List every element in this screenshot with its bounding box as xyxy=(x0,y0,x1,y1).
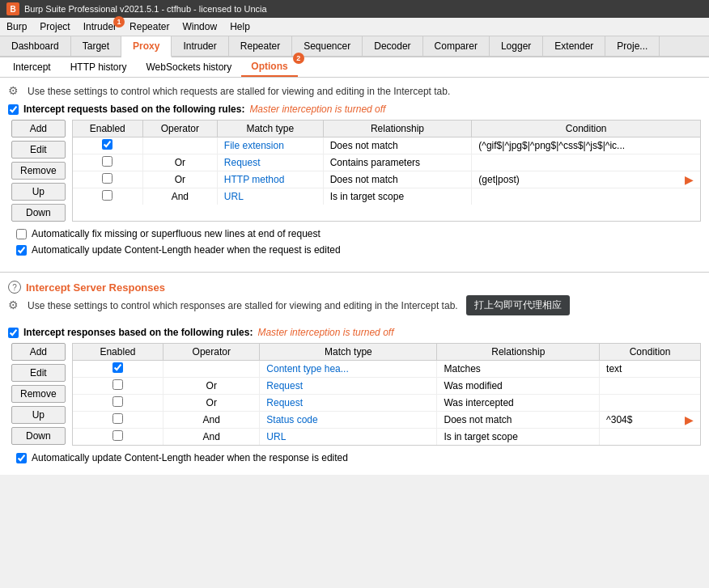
menu-bar: Burp Project Intruder 1 Repeater Window … xyxy=(0,18,709,36)
requests-up-button[interactable]: Up xyxy=(11,183,66,201)
tab-target[interactable]: Target xyxy=(71,36,121,56)
responses-gear-row: ⚙ Use these settings to control which re… xyxy=(0,295,709,319)
requests-down-button[interactable]: Down xyxy=(11,204,66,222)
tab-proxy[interactable]: Proxy xyxy=(121,36,172,57)
intercept-requests-checkbox[interactable] xyxy=(8,104,19,115)
responses-extra-checkbox-1-input[interactable] xyxy=(16,453,27,463)
tab-logger[interactable]: Logger xyxy=(490,36,543,56)
resp-row-checkbox[interactable] xyxy=(113,379,123,390)
intercept-requests-checkbox-row: Intercept requests based on the followin… xyxy=(8,104,701,115)
resp-row-enabled-cell[interactable] xyxy=(73,412,163,429)
tab-decoder[interactable]: Decoder xyxy=(363,36,422,56)
requests-buttons: Add Edit Remove Up Down xyxy=(11,120,66,222)
row-checkbox[interactable] xyxy=(102,190,113,201)
row-checkbox[interactable] xyxy=(102,139,113,150)
responses-gear-icon: ⚙ xyxy=(8,298,23,313)
requests-remove-button[interactable]: Remove xyxy=(11,162,66,180)
tab-repeater[interactable]: Repeater xyxy=(229,36,292,56)
row-enabled-cell[interactable] xyxy=(73,154,143,171)
resp-row-enabled-cell[interactable] xyxy=(73,361,163,378)
row-operator xyxy=(142,137,217,154)
row-enabled-cell[interactable] xyxy=(73,188,143,205)
menu-window[interactable]: Window xyxy=(176,19,223,34)
resp-col-enabled: Enabled xyxy=(73,344,163,361)
extra-checkbox-2: Automatically update Content-Length head… xyxy=(16,244,693,256)
resp-row-match-type: Request xyxy=(260,378,437,395)
requests-add-button[interactable]: Add xyxy=(11,120,66,137)
extra-checkbox-2-input[interactable] xyxy=(16,245,27,256)
resp-row-checkbox[interactable] xyxy=(113,413,123,424)
responses-down-button[interactable]: Down xyxy=(11,427,66,445)
resp-row-enabled-cell[interactable] xyxy=(73,378,163,395)
intercept-requests-section: ⚙ Use these settings to control which re… xyxy=(0,78,709,267)
menu-project[interactable]: Project xyxy=(33,19,76,34)
row-condition xyxy=(472,188,700,205)
menu-burp[interactable]: Burp xyxy=(0,19,33,34)
resp-row-checkbox[interactable] xyxy=(113,362,123,373)
resp-row-operator: And xyxy=(163,412,260,429)
intercept-responses-label: Intercept responses based on the followi… xyxy=(23,327,253,338)
row-arrow-icon: ▶ xyxy=(685,173,694,186)
extra-checkbox-1: Automatically fix missing or superfluous… xyxy=(16,228,693,239)
tab-intruder[interactable]: Intruder xyxy=(172,36,228,56)
row-relationship: Contains parameters xyxy=(323,154,472,171)
resp-row-operator xyxy=(163,361,260,378)
row-enabled-cell[interactable] xyxy=(73,171,143,188)
resp-row-enabled-cell[interactable] xyxy=(73,395,163,412)
table-row: OrRequestWas intercepted xyxy=(73,395,700,412)
row-checkbox[interactable] xyxy=(102,156,113,167)
resp-row-enabled-cell[interactable] xyxy=(73,429,163,446)
responses-section-body: Intercept responses based on the followi… xyxy=(0,319,709,475)
menu-help[interactable]: Help xyxy=(223,19,257,34)
resp-row-operator: Or xyxy=(163,378,260,395)
resp-row-relationship: Matches xyxy=(437,361,600,378)
requests-edit-button[interactable]: Edit xyxy=(11,141,66,159)
tab-sequencer[interactable]: Sequencer xyxy=(292,36,363,56)
menu-repeater[interactable]: Repeater xyxy=(123,19,176,34)
row-relationship: Does not match xyxy=(323,171,472,188)
tab-dashboard[interactable]: Dashboard xyxy=(0,36,71,56)
extra-label-1: Automatically fix missing or superfluous… xyxy=(32,228,321,239)
row-match-type: File extension xyxy=(217,137,323,154)
tab-project[interactable]: Proje... xyxy=(605,36,660,56)
responses-remove-button[interactable]: Remove xyxy=(11,385,66,403)
table-row: OrRequestWas modified xyxy=(73,378,700,395)
col-enabled: Enabled xyxy=(73,121,143,137)
responses-edit-button[interactable]: Edit xyxy=(11,364,66,382)
resp-row-relationship: Was modified xyxy=(437,378,600,395)
table-row: AndStatus codeDoes not match^304$▶ xyxy=(73,412,700,429)
resp-row-relationship: Does not match xyxy=(437,412,600,429)
responses-add-button[interactable]: Add xyxy=(11,343,66,361)
title-bar: B Burp Suite Professional v2021.5.1 - ct… xyxy=(0,0,709,18)
main-tabs: Dashboard Target Proxy Intruder Repeater… xyxy=(0,36,709,57)
tab-comparer[interactable]: Comparer xyxy=(423,36,490,56)
sub-tabs: Intercept HTTP history WebSockets histor… xyxy=(0,57,709,78)
responses-up-button[interactable]: Up xyxy=(11,406,66,424)
table-row: File extensionDoes not match(^gif$|^jpg$… xyxy=(73,137,700,154)
col-match-type: Match type xyxy=(217,121,323,137)
subtab-http-history[interactable]: HTTP history xyxy=(61,58,137,76)
responses-extra-options: Automatically update Content-Length head… xyxy=(16,452,693,463)
resp-row-checkbox[interactable] xyxy=(113,396,123,407)
col-relationship: Relationship xyxy=(323,121,472,137)
row-operator: Or xyxy=(142,154,217,171)
intercept-requests-label: Intercept requests based on the followin… xyxy=(23,104,244,115)
title-text: Burp Suite Professional v2021.5.1 - ctfh… xyxy=(24,4,267,14)
row-condition xyxy=(472,154,700,171)
subtab-intercept[interactable]: Intercept xyxy=(3,58,61,76)
subtab-websockets-history[interactable]: WebSockets history xyxy=(137,58,242,76)
resp-row-condition: text xyxy=(600,361,700,378)
col-operator: Operator xyxy=(142,121,217,137)
menu-intruder[interactable]: Intruder 1 xyxy=(77,19,123,34)
subtab-options[interactable]: Options 2 xyxy=(241,57,297,77)
row-checkbox[interactable] xyxy=(102,173,113,184)
resp-row-checkbox[interactable] xyxy=(113,430,123,441)
tab-extender[interactable]: Extender xyxy=(543,36,605,56)
extra-checkbox-1-input[interactable] xyxy=(16,229,27,239)
intercept-responses-checkbox[interactable] xyxy=(8,328,19,338)
resp-row-match-type: URL xyxy=(260,429,437,446)
requests-rules-area: Add Edit Remove Up Down Enabled Operator… xyxy=(11,120,701,222)
row-enabled-cell[interactable] xyxy=(73,137,143,154)
row-condition: (^gif$|^jpg$|^png$|^css$|^js$|^ic... xyxy=(472,137,700,154)
question-icon[interactable]: ? xyxy=(8,281,21,294)
